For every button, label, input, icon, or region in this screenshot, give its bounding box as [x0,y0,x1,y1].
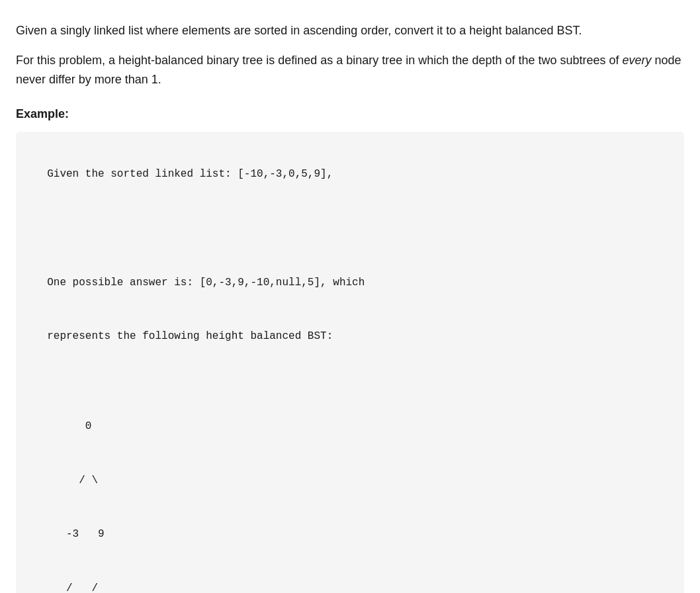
code-block: Given the sorted linked list: [-10,-3,0,… [16,132,684,593]
example-label: Example: [16,105,684,124]
tree-line4: / / [47,582,98,593]
code-line2 [47,222,54,234]
tree-line3: -3 9 [47,528,104,540]
definition-italic: every [623,54,652,67]
intro-text: Given a singly linked list where element… [16,24,582,37]
tree-line1: 0 [47,420,91,432]
tree-line2: / \ [47,475,98,486]
code-line4: represents the following height balanced… [47,330,333,342]
intro-paragraph: Given a singly linked list where element… [16,21,684,40]
definition-part1: For this problem, a height-balanced bina… [16,54,623,67]
code-line3: One possible answer is: [0,-3,9,-10,null… [47,277,365,289]
code-line1: Given the sorted linked list: [-10,-3,0,… [47,168,333,180]
problem-description: Given a singly linked list where element… [16,21,684,89]
definition-paragraph: For this problem, a height-balanced bina… [16,51,684,89]
